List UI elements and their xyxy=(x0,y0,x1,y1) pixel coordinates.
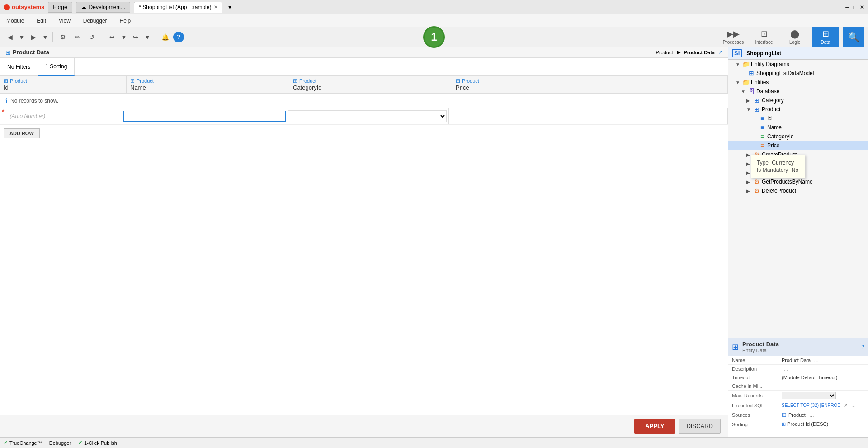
debugger-label: Debugger xyxy=(49,440,71,446)
prop-sql-edit[interactable]: … xyxy=(851,402,856,408)
col-entity-icon-categoryid: ⊞ xyxy=(293,78,297,84)
tree-item-entity-diagrams[interactable]: ▼ 📁 Entity Diagrams xyxy=(728,60,868,69)
nav-interface[interactable]: ⊡ Interface xyxy=(750,27,778,47)
tree-item-get-products-byname[interactable]: ▶ ⚙ GetProductsByName xyxy=(728,177,868,186)
prop-name-label: Name xyxy=(728,356,778,365)
prop-maxrecords-label: Max. Records xyxy=(728,391,778,401)
tab-shoppinglist[interactable]: * ShoppingList (App Example) ✕ xyxy=(134,2,222,13)
forward-dropdown-btn[interactable]: ▼ xyxy=(42,31,49,43)
prop-desc-edit[interactable]: … xyxy=(783,366,788,372)
tree-arrow-product: ▼ xyxy=(746,107,752,112)
status-publish[interactable]: ✔ 1-Click Publish xyxy=(78,440,117,446)
tool3-btn[interactable]: ↺ xyxy=(85,31,98,43)
tree-label-name: Name xyxy=(767,124,782,131)
add-row-button[interactable]: ADD ROW xyxy=(4,128,40,138)
tree-item-shoppinglist-datamodel[interactable]: ⊞ ShoppingListDataModel xyxy=(728,69,868,78)
minimize-btn[interactable]: ─ xyxy=(845,4,849,10)
publish-check-icon: ✔ xyxy=(78,440,82,446)
name-input[interactable] xyxy=(123,111,286,122)
tree-panel: ▼ 📁 Entity Diagrams ⊞ ShoppingListDataMo… xyxy=(728,60,868,338)
props-title: Product Data xyxy=(742,341,779,348)
new-cell-price[interactable] xyxy=(449,108,728,124)
close-btn[interactable]: ✕ xyxy=(860,4,864,10)
nav-data-label: Data xyxy=(821,40,830,45)
external-link-icon[interactable]: ↗ xyxy=(718,49,722,55)
tree-label-id: Id xyxy=(767,115,772,122)
nav-processes[interactable]: ▶▶ Processes xyxy=(720,27,747,47)
redo-dropdown-btn[interactable]: ▼ xyxy=(144,31,151,43)
tree-item-product[interactable]: ▼ ⊞ Product xyxy=(728,105,868,114)
tree-item-id[interactable]: ≡ Id xyxy=(728,114,868,123)
menu-view[interactable]: View xyxy=(56,16,73,26)
tree-item-name[interactable]: ≡ Name xyxy=(728,123,868,132)
col-name-price: Price xyxy=(456,84,724,91)
tree-item-database[interactable]: ▼ 🗄 Database xyxy=(728,87,868,96)
menu-help[interactable]: Help xyxy=(117,16,134,26)
field-icon-categoryid: ≡ xyxy=(758,133,766,140)
categoryid-select[interactable] xyxy=(288,110,447,122)
tree-item-price[interactable]: ≡ Price xyxy=(728,141,868,150)
field-icon-name: ≡ xyxy=(758,124,766,131)
tool2-btn[interactable]: ✏ xyxy=(71,31,84,43)
back-btn[interactable]: ◀ xyxy=(4,31,16,43)
add-row-label: ADD ROW xyxy=(9,131,34,136)
status-bar: ✔ TrueChange™ Debugger ✔ 1-Click Publish xyxy=(0,437,868,448)
tree-item-entities[interactable]: ▼ 📁 Entities xyxy=(728,78,868,87)
prop-name-value: Product Data … xyxy=(778,356,868,365)
max-records-select[interactable] xyxy=(782,392,836,399)
sep1 xyxy=(52,32,53,42)
menu-debugger[interactable]: Debugger xyxy=(80,16,110,26)
nav-logic[interactable]: ⬤ Logic xyxy=(781,27,808,47)
filter-tab-no-filters[interactable]: No Filters xyxy=(0,58,38,76)
logic-icon: ⬤ xyxy=(790,29,799,39)
col-entity-price: ⊞ Product xyxy=(456,78,724,84)
tooltip-type-row: Type Currency xyxy=(757,160,799,166)
tab-development[interactable]: ☁ Development... xyxy=(76,2,131,13)
col-header-categoryid: ⊞ Product CategoryId xyxy=(289,76,452,93)
bell-btn[interactable]: 🔔 xyxy=(159,31,171,43)
tree-label-shoppinglist: ShoppingListDataModel xyxy=(756,70,814,76)
menu-module[interactable]: Module xyxy=(4,16,27,26)
price-input[interactable] xyxy=(451,111,726,121)
tooltip-mandatory-row: Is Mandatory No xyxy=(757,167,799,173)
settings-btn[interactable]: ⚙ xyxy=(57,31,69,43)
logo-text: outsystems xyxy=(12,4,44,10)
props-help-icon[interactable]: ? xyxy=(861,344,864,350)
no-records-text: No records to show. xyxy=(10,98,58,104)
help-btn[interactable]: ? xyxy=(173,32,184,42)
new-cell-categoryid[interactable] xyxy=(286,108,449,124)
menu-edit[interactable]: Edit xyxy=(34,16,49,26)
col-entity-label-categoryid: Product xyxy=(299,78,316,84)
forward-btn[interactable]: ▶ xyxy=(27,31,40,43)
tree-item-category[interactable]: ▶ ⊞ Category xyxy=(728,96,868,105)
truechange-check-icon: ✔ xyxy=(4,440,8,446)
tab-dropdown-icon[interactable]: ▼ xyxy=(226,4,233,11)
prop-name-edit[interactable]: … xyxy=(814,358,819,363)
filter-tab-sorting[interactable]: 1 Sorting xyxy=(38,58,75,76)
tree-item-categoryid[interactable]: ≡ CategoryId xyxy=(728,132,868,141)
apply-button[interactable]: APPLY xyxy=(634,419,675,434)
search-panel-btn[interactable]: 🔍 xyxy=(843,27,864,47)
breadcrumb-prefix: Product xyxy=(656,50,673,55)
undo-btn[interactable]: ↩ xyxy=(106,31,118,43)
nav-logic-label: Logic xyxy=(789,40,800,45)
prop-sql-link[interactable]: ↗ xyxy=(844,402,848,408)
prop-cache-label: Cache in Mi... xyxy=(728,382,778,391)
undo-dropdown-btn[interactable]: ▼ xyxy=(120,31,127,43)
nav-data[interactable]: ⊞ Data xyxy=(812,27,839,47)
status-debugger: Debugger xyxy=(49,440,71,446)
maximize-btn[interactable]: □ xyxy=(853,4,856,10)
tab-close-icon[interactable]: ✕ xyxy=(214,5,217,9)
redo-btn[interactable]: ↪ xyxy=(129,31,142,43)
title-bar: outsystems Forge ☁ Development... * Shop… xyxy=(0,0,868,14)
back-dropdown-btn[interactable]: ▼ xyxy=(18,31,25,43)
new-cell-name[interactable] xyxy=(123,108,286,124)
prop-maxrecords-value[interactable] xyxy=(778,391,868,401)
prop-sources-edit[interactable]: … xyxy=(809,412,814,418)
tree-item-delete-product[interactable]: ▶ ⚙ DeleteProduct xyxy=(728,186,868,195)
step-number: 1 xyxy=(431,31,437,43)
col-entity-label-id: Product xyxy=(10,78,27,84)
discard-button[interactable]: DISCARD xyxy=(679,419,721,434)
right-panel-inner: ▼ 📁 Entity Diagrams ⊞ ShoppingListDataMo… xyxy=(728,60,868,338)
tab-forge[interactable]: Forge xyxy=(48,2,72,13)
